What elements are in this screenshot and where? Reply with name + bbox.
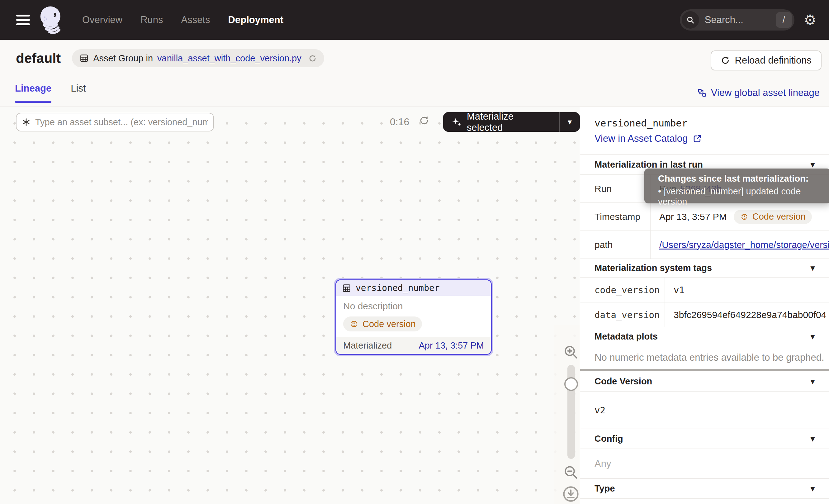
caret-down-icon: ▾: [810, 160, 815, 170]
asset-node-header: versioned_number: [336, 280, 491, 296]
view-global-asset-lineage-link[interactable]: View global asset lineage: [697, 87, 820, 99]
refresh-icon[interactable]: [308, 54, 317, 63]
data-version-key: data_version: [580, 302, 665, 327]
search-icon: [682, 11, 699, 29]
main-area: 0:16 Materialize selected: [0, 107, 829, 504]
dagster-logo[interactable]: [38, 4, 65, 36]
top-nav-bar: Overview Runs Assets Deployment / ⚙: [0, 0, 829, 40]
section-materialization-system-tags[interactable]: Materialization system tags ▾: [580, 258, 829, 277]
run-row-label: Run: [580, 175, 651, 203]
zoom-in-icon[interactable]: [563, 344, 579, 360]
zoom-slider-handle[interactable]: [564, 377, 578, 391]
primary-nav: Overview Runs Assets Deployment: [82, 14, 283, 26]
page-title: default: [16, 50, 61, 66]
breadcrumb-prefix: Asset Group in: [93, 53, 153, 64]
search-input[interactable]: [705, 14, 776, 26]
asset-node-footer: Materialized Apr 13, 3:57 PM: [336, 337, 491, 354]
code-version-badge: Code version: [343, 317, 422, 331]
tooltip-title: Changes since last materialization:: [658, 174, 823, 184]
panel-asset-title: versioned_number: [594, 117, 688, 129]
global-search[interactable]: /: [680, 9, 794, 31]
path-link[interactable]: /Users/sryza/dagster_home/storage/versio: [659, 240, 829, 250]
section-type[interactable]: Type ▾: [580, 478, 829, 498]
asset-details-panel: versioned_number View in Asset Catalog M…: [580, 107, 829, 504]
refresh-icon-canvas[interactable]: [419, 115, 429, 126]
download-image-icon[interactable]: [562, 485, 580, 503]
tab-list[interactable]: List: [71, 83, 86, 103]
refresh-timer: 0:16: [390, 116, 409, 128]
caret-down-icon: ▾: [810, 332, 815, 341]
nav-item-deployment[interactable]: Deployment: [228, 14, 283, 26]
asset-node-versioned-number[interactable]: versioned_number No description: [335, 279, 492, 355]
table-row-data-version: data_version 3bfc269594ef649228e9a74bab0…: [580, 302, 829, 327]
materialize-split-button: Materialize selected ▾: [443, 112, 580, 132]
data-version-value: 3bfc269594ef649228e9a74bab00f04: [665, 302, 829, 327]
chevron-down-icon: ▾: [568, 117, 572, 127]
caret-down-icon: ▾: [810, 434, 815, 443]
app-screen: Overview Runs Assets Deployment / ⚙ defa…: [0, 0, 829, 504]
asset-subset-filter[interactable]: [16, 113, 214, 132]
config-value: Any: [580, 448, 829, 478]
timestamp-row-label: Timestamp: [580, 203, 651, 230]
tab-lineage[interactable]: Lineage: [15, 83, 51, 103]
view-tabs: Lineage List: [15, 83, 86, 103]
nav-item-runs[interactable]: Runs: [140, 14, 163, 26]
code-version-badge-panel: Code version: [734, 210, 812, 224]
materialize-options-dropdown[interactable]: ▾: [560, 112, 580, 132]
code-version-value: v2: [580, 391, 829, 429]
panel-resize-handle[interactable]: [580, 369, 829, 371]
code-version-key: code_version: [580, 278, 665, 302]
timestamp-value: Apr 13, 3:57 PM: [659, 212, 727, 222]
asset-node-title: versioned_number: [356, 283, 440, 293]
page-header: default Asset Group in vanilla_asset_wit…: [0, 40, 829, 77]
reload-icon: [721, 56, 730, 65]
sparkle-icon: [451, 117, 462, 128]
external-link-icon: [693, 134, 702, 143]
materialized-status-label: Materialized: [343, 340, 392, 351]
hamburger-menu-icon[interactable]: [16, 12, 30, 28]
nav-item-overview[interactable]: Overview: [82, 14, 122, 26]
breadcrumb-file-link[interactable]: vanilla_asset_with_code_version.py: [157, 53, 301, 64]
caret-down-icon: ▾: [810, 376, 815, 386]
reload-definitions-button[interactable]: Reload definitions: [711, 50, 822, 70]
materialized-timestamp: Apr 13, 3:57 PM: [419, 340, 484, 351]
caret-down-icon: ▾: [810, 263, 815, 273]
lineage-canvas[interactable]: 0:16 Materialize selected: [0, 107, 580, 504]
code-version-changed-icon: [740, 212, 749, 221]
table-icon: [342, 284, 351, 293]
materialize-selected-button[interactable]: Materialize selected: [443, 112, 559, 132]
search-shortcut-badge: /: [776, 12, 792, 28]
view-in-asset-catalog-link[interactable]: View in Asset Catalog: [594, 133, 702, 144]
metadata-plots-empty-message: No numeric metadata entries available to…: [580, 346, 829, 369]
section-config[interactable]: Config ▾: [580, 429, 829, 448]
caret-down-icon: ▾: [810, 484, 815, 494]
asset-selection-icon: [22, 117, 31, 127]
path-row-label: path: [580, 231, 651, 258]
lineage-graph-icon: [697, 88, 707, 98]
breadcrumb: Asset Group in vanilla_asset_with_code_v…: [72, 49, 324, 67]
code-version-tag-value: v1: [665, 278, 829, 302]
section-divider: [580, 498, 829, 499]
asset-group-icon: [79, 53, 89, 63]
zoom-out-icon[interactable]: [563, 464, 579, 481]
gear-icon[interactable]: ⚙: [804, 13, 817, 27]
code-version-changed-icon: [350, 319, 359, 329]
asset-node-description: No description: [336, 296, 491, 312]
table-row-path: path /Users/sryza/dagster_home/storage/v…: [580, 230, 829, 258]
asset-subset-input[interactable]: [35, 117, 208, 128]
nav-item-assets[interactable]: Assets: [181, 14, 210, 26]
section-metadata-plots[interactable]: Metadata plots ▾: [580, 327, 829, 346]
table-row-code-version: code_version v1: [580, 277, 829, 302]
changes-tooltip: Changes since last materialization: • [v…: [644, 169, 829, 204]
section-code-version[interactable]: Code Version ▾: [580, 371, 829, 391]
tooltip-change-item: • [versioned_number] updated code versio…: [658, 186, 823, 207]
